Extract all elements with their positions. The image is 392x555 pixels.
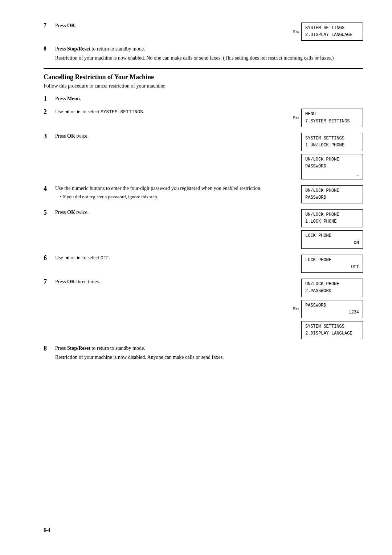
lcd-6-line1: LOCK PHONE bbox=[305, 257, 359, 264]
step-1-before: Press bbox=[55, 96, 67, 101]
step-8-bottom-note: Restriction of your machine is now disab… bbox=[55, 353, 356, 361]
step-5-after: twice. bbox=[75, 210, 89, 215]
lcd-box-7b: PASSWORD 1234 bbox=[301, 300, 363, 318]
step-7-bottom-before: Press bbox=[55, 279, 67, 284]
lcd-box-2: MENU 7.SYSTEM SETTINGS bbox=[301, 109, 363, 127]
step-4-text: Use the numeric buttons to enter the fou… bbox=[55, 185, 276, 192]
step-number-4: 4 bbox=[44, 185, 55, 193]
step-number-7-bottom: 7 bbox=[44, 278, 55, 286]
lcd-area-5: UN/LOCK PHONE 1.LOCK PHONE LOCK PHONE ON bbox=[283, 208, 363, 249]
lcd-5b-line1: LOCK PHONE bbox=[305, 232, 359, 239]
lcd-6-line2: Off bbox=[305, 264, 359, 271]
step-2: 2 Use ◄ or ► to select SYSTEM SETTINGS. … bbox=[44, 108, 363, 127]
step-7-top-text-before: Press bbox=[55, 23, 67, 28]
step-8-top-note: Restriction of your machine is now enabl… bbox=[55, 54, 356, 62]
lcd-box-5a: UN/LOCK PHONE 1.LOCK PHONE bbox=[301, 209, 363, 227]
step-content-5: Press OK twice. bbox=[55, 208, 283, 216]
step-7-top-text-after: . bbox=[75, 23, 77, 28]
step-number-7-top: 7 bbox=[44, 22, 55, 29]
lcd-7a-line2: 2.PASSWORD bbox=[305, 288, 359, 295]
lcd-2-line1: MENU bbox=[305, 111, 359, 118]
step-number-1: 1 bbox=[44, 95, 55, 103]
lcd-ex-row-7-top: Ex: SYSTEM SETTINGS 2.DISPLAY LANGUAGE bbox=[283, 23, 363, 41]
step-7-bottom-after: three times. bbox=[75, 279, 100, 284]
lcd-box-6: LOCK PHONE Off bbox=[301, 255, 363, 273]
lcd-3a-line2: 1.UN/LOCK PHONE bbox=[305, 142, 359, 149]
step-2-period: . bbox=[143, 109, 144, 114]
lcd-4-line2: PASSWORD bbox=[305, 194, 359, 201]
step-7-top: 7 Press OK. Ex: SYSTEM SETTINGS 2.DISPLA… bbox=[44, 22, 363, 41]
lcd-area-3: SYSTEM SETTINGS 1.UN/LOCK PHONE UN/LOCK … bbox=[283, 132, 363, 179]
lcd-box-5b: LOCK PHONE ON bbox=[301, 230, 363, 248]
step-content-7-top: Press OK. bbox=[55, 22, 283, 29]
step-7-top-bold: OK bbox=[67, 23, 75, 28]
step-3-after: twice. bbox=[75, 133, 89, 139]
step-8-bottom: 8 Press Stop/Reset to return to standby … bbox=[44, 344, 363, 361]
step-number-8-top: 8 bbox=[44, 45, 55, 52]
lcd-box-3b: UN/LOCK PHONE PASSWORD _ bbox=[301, 154, 363, 179]
step-5-bold: OK bbox=[67, 210, 75, 215]
step-2-code: SYSTEM SETTINGS bbox=[101, 109, 143, 115]
lcd-box-4: UN/LOCK PHONE PASSWORD bbox=[301, 185, 363, 203]
lcd-area-2: Ex: MENU 7.SYSTEM SETTINGS bbox=[283, 108, 363, 127]
lcd-7c-line1: SYSTEM SETTINGS bbox=[305, 323, 359, 330]
step-2-text: Use ◄ or ► to select bbox=[55, 109, 101, 114]
section-divider bbox=[44, 68, 363, 69]
step-content-2: Use ◄ or ► to select SYSTEM SETTINGS. bbox=[55, 108, 283, 116]
lcd-area-4: UN/LOCK PHONE PASSWORD bbox=[283, 185, 363, 203]
lcd-3a-line1: SYSTEM SETTINGS bbox=[305, 135, 359, 142]
step-number-5: 5 bbox=[44, 208, 55, 216]
lcd-3b-line2: PASSWORD bbox=[305, 163, 359, 170]
step-3: 3 Press OK twice. SYSTEM SETTINGS 1.UN/L… bbox=[44, 132, 363, 179]
step-content-3: Press OK twice. bbox=[55, 132, 283, 140]
step-4: 4 Use the numeric buttons to enter the f… bbox=[44, 185, 363, 203]
lcd-area-7-bottom: UN/LOCK PHONE 2.PASSWORD Ex: PASSWORD 12… bbox=[283, 278, 363, 339]
step-1-bold: Menu bbox=[67, 96, 80, 101]
step-6-code: OFF bbox=[101, 255, 109, 261]
lcd-ex-row-2: Ex: MENU 7.SYSTEM SETTINGS bbox=[283, 109, 363, 127]
step-3-before: Press bbox=[55, 133, 67, 139]
step-8-top-after: to return to standby mode. bbox=[90, 46, 145, 52]
step-5: 5 Press OK twice. UN/LOCK PHONE 1.LOCK P… bbox=[44, 208, 363, 249]
page-footer: 6-4 bbox=[44, 527, 50, 533]
step-content-7-bottom: Press OK three times. bbox=[55, 278, 283, 285]
step-content-4: Use the numeric buttons to enter the fou… bbox=[55, 185, 283, 200]
lcd-box-7a: UN/LOCK PHONE 2.PASSWORD bbox=[301, 279, 363, 297]
lcd-ex-label-7b: Ex: bbox=[293, 306, 299, 312]
step-number-6: 6 bbox=[44, 254, 55, 262]
step-number-2: 2 bbox=[44, 108, 55, 116]
lcd-box-7c: SYSTEM SETTINGS 2.DISPLAY LANGUAGE bbox=[301, 321, 363, 339]
step-1: 1 Press Menu. bbox=[44, 95, 363, 103]
step-7-bottom-bold: OK bbox=[67, 279, 75, 284]
lcd-4-line1: UN/LOCK PHONE bbox=[305, 187, 359, 194]
lcd-7b-line1: PASSWORD bbox=[305, 302, 359, 309]
lcd-area-6: LOCK PHONE Off bbox=[283, 254, 363, 273]
lcd-3b-line3: _ bbox=[305, 170, 359, 177]
lcd-ex-label-2: Ex: bbox=[293, 115, 299, 121]
lcd-3b-line1: UN/LOCK PHONE bbox=[305, 156, 359, 163]
step-6: 6 Use ◄ or ► to select OFF. LOCK PHONE O… bbox=[44, 254, 363, 273]
step-content-8-top: Press Stop/Reset to return to standby mo… bbox=[55, 45, 363, 62]
step-1-after: . bbox=[80, 96, 81, 101]
step-number-8-bottom: 8 bbox=[44, 344, 55, 352]
lcd-5b-line2: ON bbox=[305, 240, 359, 247]
step-content-1: Press Menu. bbox=[55, 95, 283, 102]
step-8-top-before: Press bbox=[55, 46, 67, 52]
step-6-period: . bbox=[109, 255, 110, 260]
step-6-text: Use ◄ or ► to select bbox=[55, 255, 101, 260]
lcd-5a-line2: 1.LOCK PHONE bbox=[305, 218, 359, 225]
step-8-top-bold: Stop/Reset bbox=[67, 46, 90, 52]
step-content-6: Use ◄ or ► to select OFF. bbox=[55, 254, 283, 262]
lcd-area-7-top: Ex: SYSTEM SETTINGS 2.DISPLAY LANGUAGE bbox=[283, 22, 363, 41]
step-8-top: 8 Press Stop/Reset to return to standby … bbox=[44, 45, 363, 62]
lcd-box-3a: SYSTEM SETTINGS 1.UN/LOCK PHONE bbox=[301, 133, 363, 151]
lcd-ex-label-7-top: Ex: bbox=[293, 29, 299, 35]
step-7-bottom: 7 Press OK three times. UN/LOCK PHONE 2.… bbox=[44, 278, 363, 339]
step-content-8-bottom: Press Stop/Reset to return to standby mo… bbox=[55, 344, 363, 361]
page: 7 Press OK. Ex: SYSTEM SETTINGS 2.DISPLA… bbox=[0, 0, 392, 555]
lcd-box-7-top: SYSTEM SETTINGS 2.DISPLAY LANGUAGE bbox=[301, 23, 363, 41]
lcd-line-2: 2.DISPLAY LANGUAGE bbox=[305, 32, 359, 39]
lcd-7b-line2: 1234 bbox=[305, 309, 359, 316]
section-heading: Cancelling Restriction of Your Machine bbox=[44, 73, 363, 81]
lcd-7c-line2: 2.DISPLAY LANGUAGE bbox=[305, 330, 359, 337]
